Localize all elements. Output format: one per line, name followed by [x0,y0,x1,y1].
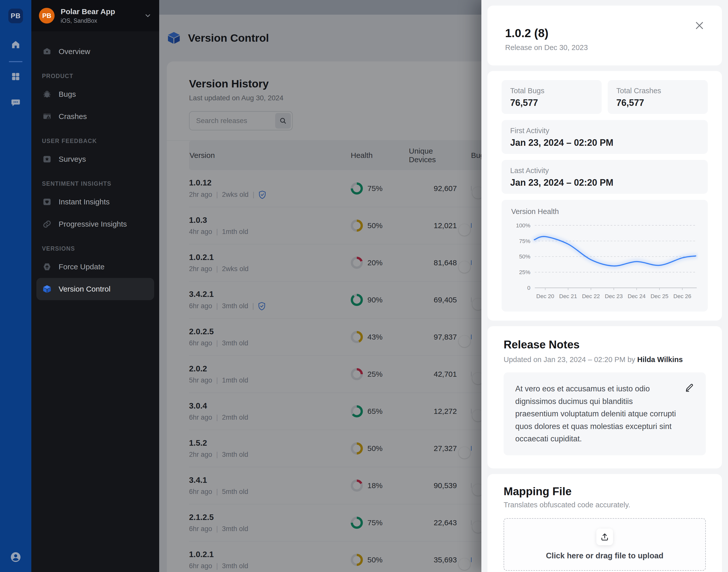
overview-icon [42,47,52,57]
last-activity-tile: Last Activity Jan 23, 2024 – 02:20 PM [502,160,708,194]
svg-text:0: 0 [527,285,530,291]
chevron-down-icon [144,12,152,19]
sidebar-item-label: Force Update [59,263,104,271]
svg-text:Dec 26: Dec 26 [673,293,691,299]
nav-section-versions: VERSIONS [42,245,154,252]
sidebar: PB Polar Bear App iOS, SandBox Overview … [31,0,159,572]
app-name: Polar Bear App [61,7,138,16]
version-health-chart: 100%75%50%25%0Dec 20Dec 21Dec 22Dec 23De… [511,217,698,306]
sidebar-nav: Overview PRODUCT Bugs Crashes USER FEEDB… [31,31,159,300]
chart-title: Version Health [511,207,698,216]
heart-icon [42,197,52,207]
apps-grid-icon[interactable] [10,71,21,82]
drawer-stats-card: Total Bugs 76,577 Total Crashes 76,577 F… [488,71,722,320]
star-icon [42,154,52,164]
drawer-version-title: 1.0.2 (8) [505,26,704,40]
svg-text:25%: 25% [519,269,530,275]
svg-text:Dec 23: Dec 23 [605,293,623,299]
mapping-file-card: Mapping File Translates obfuscated code … [488,474,722,572]
release-notes-card: Release Notes Updated on Jan 23, 2024 – … [488,326,722,469]
app-switcher[interactable]: PB Polar Bear App iOS, SandBox [31,0,159,31]
last-activity-value: Jan 23, 2024 – 02:20 PM [510,177,699,188]
home-icon[interactable] [10,39,21,51]
link-icon [42,219,52,229]
total-bugs-value: 76,577 [510,97,593,108]
sidebar-item-label: Overview [59,47,90,56]
svg-text:Dec 22: Dec 22 [582,293,600,299]
upload-icon [596,528,613,545]
release-notes-author: Hilda Wilkins [637,355,683,364]
nav-section-product: PRODUCT [42,73,154,80]
svg-text:75%: 75% [519,238,530,244]
sidebar-item-label: Progressive Insights [59,220,127,228]
mapping-file-subtitle: Translates obfuscated code accurately. [504,501,706,509]
sidebar-item-crashes[interactable]: Crashes [37,105,154,128]
release-notes-text: At vero eos et accusamus et iusto odio d… [515,382,678,445]
sidebar-item-label: Version Control [59,285,111,293]
svg-text:Dec 20: Dec 20 [536,293,554,299]
svg-text:100%: 100% [516,222,530,229]
svg-text:Dec 21: Dec 21 [559,293,577,299]
sidebar-item-force-update[interactable]: Force Update [37,256,154,278]
sidebar-item-label: Crashes [59,112,87,121]
release-notes-byline: Updated on Jan 23, 2024 – 02:20 PM by Hi… [504,355,706,364]
total-crashes-tile: Total Crashes 76,577 [608,80,708,114]
total-bugs-tile: Total Bugs 76,577 [502,80,602,114]
close-icon[interactable] [694,20,705,31]
cube-icon [42,284,52,294]
sidebar-item-overview[interactable]: Overview [37,41,154,63]
nav-section-user-feedback: USER FEEDBACK [42,138,154,145]
svg-text:50%: 50% [519,254,530,260]
app-rail: PB [0,0,31,572]
sidebar-item-instant-insights[interactable]: Instant Insights [37,191,154,213]
sidebar-item-surveys[interactable]: Surveys [37,148,154,170]
sidebar-item-label: Bugs [59,90,76,98]
nav-section-sentiment: SENTIMENT INSIGHTS [42,181,154,187]
user-avatar-icon[interactable] [10,551,21,563]
force-update-icon [42,262,52,272]
app-avatar: PB [39,8,55,23]
first-activity-value: Jan 23, 2024 – 02:20 PM [510,137,699,148]
sidebar-item-label: Instant Insights [59,198,110,206]
upload-label: Click here or drag file to upload [546,551,663,560]
rail-divider [9,61,22,62]
svg-text:Dec 24: Dec 24 [628,293,646,299]
total-bugs-label: Total Bugs [510,87,593,95]
first-activity-tile: First Activity Jan 23, 2024 – 02:20 PM [502,120,708,154]
total-crashes-value: 76,577 [616,97,699,108]
workspace-badge[interactable]: PB [8,9,23,23]
edit-pencil-icon[interactable] [684,382,695,392]
chat-icon[interactable] [10,97,21,109]
sidebar-item-version-control[interactable]: Version Control [37,278,154,300]
crash-window-icon [42,112,52,122]
file-upload-dropzone[interactable]: Click here or drag file to upload [504,518,706,571]
first-activity-label: First Activity [510,127,699,135]
release-notes-title: Release Notes [504,338,706,351]
app-platform: iOS, SandBox [61,17,138,24]
release-notes-body-tile: At vero eos et accusamus et iusto odio d… [504,372,706,455]
sidebar-item-label: Surveys [59,155,86,163]
version-detail-drawer: 1.0.2 (8) Release on Dec 30, 2023 Total … [482,0,728,572]
sidebar-item-progressive-insights[interactable]: Progressive Insights [37,213,154,235]
last-activity-label: Last Activity [510,166,699,175]
svg-text:Dec 25: Dec 25 [650,293,668,299]
version-health-chart-tile: Version Health 100%75%50%25%0Dec 20Dec 2… [502,200,708,311]
total-crashes-label: Total Crashes [616,87,699,95]
sidebar-item-bugs[interactable]: Bugs [37,83,154,105]
bug-icon [42,89,52,99]
drawer-header-card: 1.0.2 (8) Release on Dec 30, 2023 [488,6,722,65]
drawer-release-date: Release on Dec 30, 2023 [505,44,704,52]
mapping-file-title: Mapping File [504,485,706,498]
